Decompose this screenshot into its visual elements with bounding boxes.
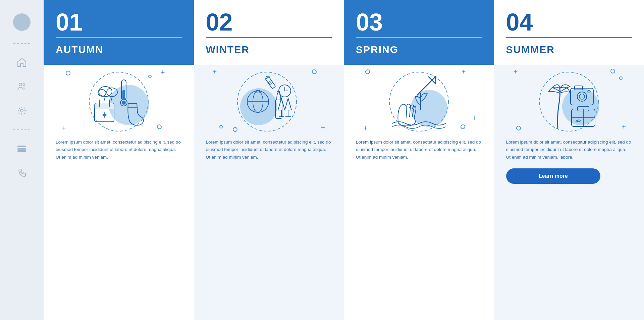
winter-title: WINTER: [206, 44, 332, 55]
svg-point-17: [122, 101, 126, 105]
winter-card-bottom: + +: [194, 65, 344, 320]
avatar: [13, 13, 31, 31]
svg-rect-5: [18, 151, 26, 152]
divider-mid: [13, 129, 30, 130]
spring-card-top: 03 SPRING: [344, 0, 494, 65]
autumn-description: Lorem ipsum dolor sit amet, consectetur …: [56, 139, 182, 161]
autumn-number: 01: [56, 10, 182, 34]
spring-card: 03 SPRING + + +: [344, 0, 494, 320]
winter-card: 02 WINTER + +: [194, 0, 344, 320]
settings-icon[interactable]: [15, 104, 29, 117]
home-icon[interactable]: [15, 56, 29, 69]
deco-plus-su1: +: [514, 68, 518, 75]
svg-point-1: [23, 84, 25, 86]
deco-plus-sp2: +: [363, 124, 368, 132]
winter-svg: [235, 68, 302, 132]
spring-description: Lorem ipsum dolor sit amet, consectetur …: [356, 139, 482, 161]
deco-plus-sp3: +: [473, 114, 477, 122]
deco-plus2: +: [62, 124, 66, 132]
deco-plus-w1: +: [213, 68, 217, 75]
list-icon[interactable]: [15, 142, 29, 156]
deco-plus-w2: +: [321, 124, 325, 131]
svg-rect-19: [95, 103, 114, 109]
svg-marker-27: [265, 75, 269, 79]
summer-description: Lorem ipsum dolor sit amet, consectetur …: [506, 139, 632, 161]
svg-point-25: [240, 88, 277, 125]
deco-circle-su2: [619, 76, 623, 80]
winter-illustration: + +: [206, 65, 332, 135]
deco-circle-w1: [312, 69, 317, 74]
sidebar: [0, 0, 44, 320]
winter-divider: [206, 37, 332, 38]
deco-circle-su1: [610, 69, 615, 73]
deco-circle2: [157, 124, 162, 129]
svg-rect-3: [18, 146, 26, 147]
summer-illustration: + +: [506, 65, 632, 135]
spring-card-bottom: + + +: [344, 65, 494, 320]
deco-circle3: [148, 75, 152, 78]
summer-card-top: 04 SUMMER: [494, 0, 644, 65]
deco-circle: [66, 71, 70, 75]
autumn-card: 01 AUTUMN + +: [44, 0, 194, 320]
autumn-card-top: 01 AUTUMN: [44, 0, 194, 65]
svg-text:✦: ✦: [100, 110, 108, 120]
deco-circle-sp1: [365, 69, 370, 74]
svg-rect-4: [18, 148, 26, 149]
deco-circle-sp2: [461, 124, 465, 129]
deco-circle-su3: [516, 126, 521, 130]
svg-line-11: [104, 97, 105, 101]
autumn-title: AUTUMN: [56, 44, 182, 55]
spring-number: 03: [356, 10, 482, 34]
learn-more-button[interactable]: Learn more: [506, 168, 601, 184]
summer-card-bottom: + +: [494, 65, 644, 320]
deco-circle-w3: [233, 127, 237, 132]
summer-divider: [506, 37, 632, 38]
spring-svg: [385, 68, 452, 132]
deco-plus-su2: +: [622, 123, 626, 130]
svg-point-2: [20, 109, 23, 112]
deco-plus: +: [161, 69, 165, 76]
winter-number: 02: [206, 10, 332, 34]
autumn-illustration: + +: [56, 65, 182, 135]
autumn-card-bottom: + +: [44, 65, 194, 320]
winter-description: Lorem ipsum dolor sit amet, consectetur …: [206, 139, 332, 161]
deco-circle-w2: [219, 125, 223, 128]
autumn-divider: [56, 37, 182, 38]
users-icon[interactable]: [15, 80, 29, 93]
summer-number: 04: [506, 10, 632, 34]
winter-card-top: 02 WINTER: [194, 0, 344, 65]
phone-icon[interactable]: [15, 166, 29, 180]
summer-svg: [535, 68, 602, 132]
summer-title: SUMMER: [506, 44, 632, 55]
divider-top: [13, 43, 30, 44]
deco-plus-sp1: +: [462, 68, 466, 75]
spring-title: SPRING: [356, 44, 482, 55]
spring-divider: [356, 37, 482, 38]
summer-card: 04 SUMMER + +: [494, 0, 644, 320]
svg-point-0: [19, 83, 22, 86]
svg-rect-16: [122, 90, 125, 100]
autumn-svg: ✦: [85, 68, 152, 132]
svg-rect-26: [266, 77, 276, 89]
main-content: 01 AUTUMN + +: [44, 0, 644, 320]
spring-illustration: + + +: [356, 65, 482, 135]
